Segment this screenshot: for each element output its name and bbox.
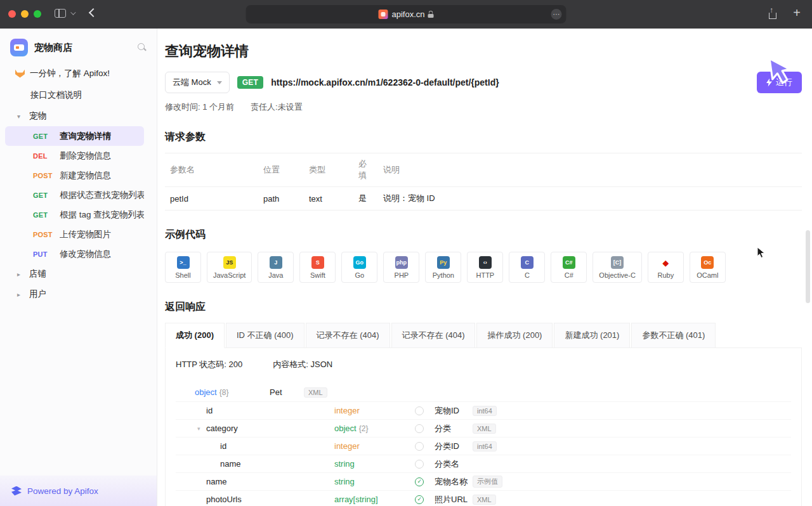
sidebar-item-doc-note[interactable]: 接口文档说明 bbox=[0, 84, 157, 106]
lang-button-c[interactable]: C C bbox=[509, 252, 545, 283]
optional-icon bbox=[415, 406, 424, 415]
lang-button-shell[interactable]: >_ Shell bbox=[165, 252, 201, 283]
sidebar-item-get-pet-detail[interactable]: GET 查询宠物详情 bbox=[5, 126, 144, 146]
sidebar-item-upload-image[interactable]: POST 上传宠物图片 bbox=[5, 224, 144, 244]
back-button[interactable] bbox=[89, 8, 98, 17]
lang-button-csharp[interactable]: C# C# bbox=[551, 252, 587, 283]
optional-icon bbox=[415, 442, 424, 451]
group-label: 宠物 bbox=[29, 110, 46, 122]
lang-button-python[interactable]: Py Python bbox=[425, 252, 461, 283]
c-icon: C bbox=[521, 256, 534, 269]
lang-button-ocaml[interactable]: Oc OCaml bbox=[690, 252, 726, 283]
tab-bad-param-401[interactable]: 参数不正确 (401) bbox=[631, 323, 716, 348]
powered-by-label: Powered by Apifox bbox=[27, 486, 98, 496]
minimize-window-button[interactable] bbox=[21, 10, 29, 18]
sidebar-toggle-icon bbox=[55, 9, 66, 18]
close-window-button[interactable] bbox=[8, 10, 16, 18]
language-list: >_ Shell JS JavaScript J Java S Swift Go… bbox=[165, 252, 802, 283]
required-check-icon bbox=[415, 495, 424, 504]
caret-right-icon: ▸ bbox=[17, 271, 22, 278]
tab-success-200[interactable]: 成功 (200) bbox=[165, 323, 225, 348]
method-label: GET bbox=[33, 133, 56, 140]
request-line: 云端 Mock GET https://mock.apifox.cn/m1/62… bbox=[165, 72, 802, 93]
collapse-caret-icon[interactable]: ▾ bbox=[197, 425, 206, 432]
address-bar[interactable]: apifox.cn ⋯ bbox=[246, 5, 566, 23]
mock-environment-select[interactable]: 云端 Mock bbox=[165, 72, 230, 93]
schema-row-id: id integer 宠物ID int64 bbox=[176, 402, 791, 420]
lang-button-java[interactable]: J Java bbox=[258, 252, 294, 283]
field-type: string bbox=[334, 477, 415, 486]
param-type: text bbox=[304, 187, 353, 211]
mock-select-value: 云端 Mock bbox=[173, 77, 211, 88]
sidebar-item-intro[interactable]: 一分钟，了解 Apifox! bbox=[0, 63, 157, 84]
powered-by-footer[interactable]: Powered by Apifox bbox=[0, 476, 157, 506]
int64-badge: int64 bbox=[473, 406, 497, 416]
lang-button-php[interactable]: php PHP bbox=[383, 252, 419, 283]
sidebar-toggle-button[interactable] bbox=[55, 9, 74, 18]
sidebar-item-find-by-status[interactable]: GET 根据状态查找宠物列表 bbox=[5, 185, 144, 205]
http-status: HTTP 状态码: 200 bbox=[176, 359, 242, 370]
sidebar-item-delete-pet[interactable]: DEL 删除宠物信息 bbox=[5, 146, 144, 165]
sidebar-item-create-pet[interactable]: POST 新建宠物信息 bbox=[5, 165, 144, 185]
table-row: petId path text 是 说明：宠物 ID bbox=[165, 187, 802, 211]
share-button[interactable]: ↑ bbox=[768, 8, 778, 19]
python-icon: Py bbox=[437, 256, 450, 269]
field-name: category bbox=[206, 424, 238, 433]
more-options-icon[interactable]: ⋯ bbox=[551, 9, 562, 20]
field-desc: 照片URL bbox=[435, 494, 473, 505]
response-panel: HTTP 状态码: 200 内容格式: JSON object{8} Pet X… bbox=[165, 347, 802, 506]
field-desc: 分类 bbox=[435, 423, 473, 434]
lang-button-ruby[interactable]: ◆ Ruby bbox=[648, 252, 684, 283]
sidebar-item-update-pet[interactable]: PUT 修改宠物信息 bbox=[5, 244, 144, 264]
sidebar-group-store[interactable]: ▸ 店铺 bbox=[0, 264, 157, 284]
sidebar-item-label: 修改宠物信息 bbox=[60, 249, 111, 260]
lang-button-http[interactable]: ‹› HTTP bbox=[467, 252, 503, 283]
field-type: integer bbox=[334, 406, 415, 415]
field-name: name bbox=[220, 459, 241, 469]
chevron-down-icon bbox=[217, 81, 222, 84]
http-method-badge: GET bbox=[237, 76, 264, 89]
xml-badge[interactable]: XML bbox=[473, 495, 496, 505]
col-header-name: 参数名 bbox=[165, 153, 258, 187]
fullscreen-window-button[interactable] bbox=[34, 10, 41, 18]
site-favicon bbox=[378, 10, 388, 19]
xml-badge[interactable]: XML bbox=[304, 387, 327, 398]
field-type: object bbox=[334, 424, 357, 433]
sidebar-item-label: 根据 tag 查找宠物列表 bbox=[60, 209, 144, 221]
tab-not-found-404-b[interactable]: 记录不存在 (404) bbox=[391, 323, 476, 348]
sample-value-badge[interactable]: 示例值 bbox=[473, 476, 502, 488]
int64-badge: int64 bbox=[473, 441, 497, 451]
fox-icon bbox=[15, 70, 25, 78]
csharp-icon: C# bbox=[563, 256, 575, 269]
schema-root-type: object bbox=[195, 387, 217, 397]
chevron-down-icon bbox=[70, 10, 75, 15]
sidebar-group-pets[interactable]: ▾ 宠物 bbox=[0, 106, 157, 126]
tab-op-success-200[interactable]: 操作成功 (200) bbox=[476, 323, 553, 348]
method-label: GET bbox=[33, 211, 56, 219]
xml-badge[interactable]: XML bbox=[473, 424, 496, 434]
method-label: POST bbox=[33, 172, 56, 179]
search-icon[interactable] bbox=[138, 43, 147, 52]
tutorial-cursor-icon bbox=[766, 55, 796, 89]
col-header-required: 必填 bbox=[353, 153, 378, 187]
lang-button-swift[interactable]: S Swift bbox=[299, 252, 336, 283]
tab-not-found-404-a[interactable]: 记录不存在 (404) bbox=[306, 323, 390, 348]
scrollbar-thumb[interactable] bbox=[806, 230, 810, 303]
http-icon: ‹› bbox=[479, 256, 492, 269]
sidebar-item-label: 一分钟，了解 Apifox! bbox=[30, 68, 110, 79]
col-header-desc: 说明 bbox=[378, 153, 802, 187]
lang-button-javascript[interactable]: JS JavaScript bbox=[207, 252, 252, 283]
sidebar-item-find-by-tag[interactable]: GET 根据 tag 查找宠物列表 bbox=[5, 205, 144, 224]
sidebar-item-label: 根据状态查找宠物列表 bbox=[60, 190, 144, 201]
tab-bad-id-400[interactable]: ID 不正确 (400) bbox=[226, 323, 304, 348]
sidebar-item-label: 新建宠物信息 bbox=[60, 170, 111, 181]
tab-created-201[interactable]: 新建成功 (201) bbox=[554, 323, 630, 348]
field-name: photoUrls bbox=[206, 495, 242, 504]
sidebar-group-users[interactable]: ▸ 用户 bbox=[0, 284, 157, 304]
param-desc: 说明：宠物 ID bbox=[378, 187, 802, 211]
lang-button-objective-c[interactable]: [C] Objective-C bbox=[593, 252, 641, 283]
new-tab-button[interactable]: + bbox=[793, 6, 801, 20]
lang-button-go[interactable]: Go Go bbox=[341, 252, 377, 283]
shell-icon: >_ bbox=[177, 256, 190, 269]
schema-row-name: name string 宠物名称 示例值 bbox=[176, 473, 791, 491]
